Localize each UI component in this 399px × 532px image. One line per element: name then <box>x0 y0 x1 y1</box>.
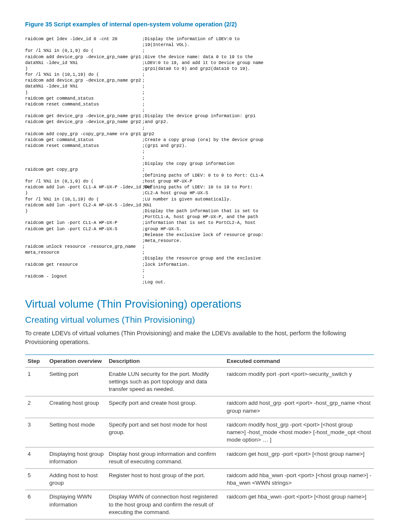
cell-cmd: raidcom add host_grp -port <port> -host_… <box>224 396 374 418</box>
header-description: Description <box>106 355 224 367</box>
cell-desc: Enable LUN security for the port. Modify… <box>106 367 224 396</box>
cell-cmd: raidcom get hba_wwn -port <port> [<host … <box>224 490 374 519</box>
cell-desc: Specify port and create host group. <box>106 396 224 418</box>
cell-op: Setting host mode <box>47 418 106 447</box>
cell-desc: Display WWN of connection host registere… <box>106 490 224 519</box>
intro-paragraph: To create LDEVs of virtual volumes (Thin… <box>25 329 374 346</box>
section-heading: Virtual volume (Thin Provisioning) opera… <box>25 298 374 311</box>
cell-cmd: raidcom add hba_wwn -port <port> [<host … <box>224 469 374 490</box>
cell-op: Adding host to host group <box>47 469 106 490</box>
cell-op: Setting port <box>47 367 106 396</box>
table-row: 1Setting portEnable LUN security for the… <box>25 367 374 396</box>
table-row: 2Creating host groupSpecify port and cre… <box>25 396 374 418</box>
cell-step: 3 <box>25 418 47 447</box>
code-example: raidcom get ldev -ldev_id 0 -cnt 20 for … <box>25 36 374 285</box>
cell-step: 1 <box>25 367 47 396</box>
cell-cmd: raidcom get host_grp -port <port> [<host… <box>224 447 374 468</box>
cell-desc: Specify port and set host mode for host … <box>106 418 224 447</box>
cell-step: 4 <box>25 447 47 468</box>
subsection-heading: Creating virtual volumes (Thin Provision… <box>25 315 374 325</box>
cell-step: 2 <box>25 396 47 418</box>
cell-cmd: raidcom modify port -port <port>-securit… <box>224 367 374 396</box>
cell-op: Displaying host group information <box>47 447 106 468</box>
table-row: 4Displaying host group informationDispla… <box>25 447 374 468</box>
cell-desc: Display host group information and confi… <box>106 447 224 468</box>
cell-step: 5 <box>25 469 47 490</box>
table-header-row: Step Operation overview Description Exec… <box>25 355 374 367</box>
cell-step: 6 <box>25 490 47 519</box>
code-comments: ;Display the information of LDEV:0 to ;1… <box>142 36 374 285</box>
cell-op: Creating host group <box>47 396 106 418</box>
header-operation: Operation overview <box>47 355 106 367</box>
table-row: 5Adding host to host groupRegister host … <box>25 469 374 490</box>
code-commands: raidcom get ldev -ldev_id 0 -cnt 20 for … <box>25 36 142 285</box>
table-row: 3Setting host modeSpecify port and set h… <box>25 418 374 447</box>
cell-op: Displaying WWN information <box>47 490 106 519</box>
operations-table: Step Operation overview Description Exec… <box>25 355 374 519</box>
header-step: Step <box>25 355 47 367</box>
header-command: Executed command <box>224 355 374 367</box>
figure-caption: Figure 35 Script examples of internal op… <box>25 21 374 28</box>
table-row: 6Displaying WWN informationDisplay WWN o… <box>25 490 374 519</box>
cell-desc: Register host to host group of the port. <box>106 469 224 490</box>
cell-cmd: raidcom modify host_grp -port <port> [<h… <box>224 418 374 447</box>
